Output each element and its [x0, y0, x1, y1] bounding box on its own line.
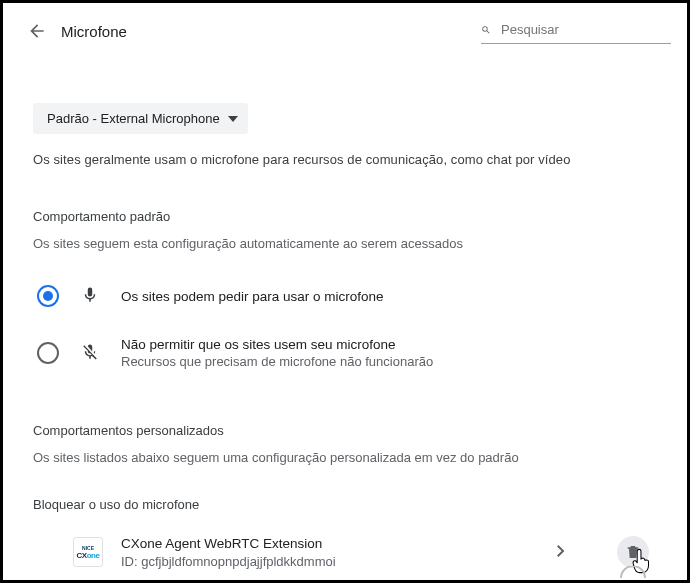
- custom-behavior-sub: Os sites listados abaixo seguem uma conf…: [33, 450, 657, 465]
- chevron-right-icon: [557, 545, 565, 560]
- mic-off-icon: [81, 343, 101, 364]
- trash-icon: [625, 544, 641, 560]
- page-title: Microfone: [61, 23, 127, 40]
- block-heading: Bloquear o uso do microfone: [33, 497, 657, 512]
- default-behavior-heading: Comportamento padrão: [33, 209, 657, 224]
- back-button[interactable]: [19, 13, 55, 49]
- extension-id: ID: gcfjbjldfomnopnpdjajjfpldkkdmmoi: [121, 554, 557, 569]
- partial-circle-icon: [619, 566, 647, 578]
- delete-button[interactable]: [617, 536, 649, 568]
- custom-behavior-heading: Comportamentos personalizados: [33, 423, 657, 438]
- search-input[interactable]: [499, 21, 671, 38]
- default-behavior-sub: Os sites seguem esta configuração automa…: [33, 236, 657, 251]
- content: Padrão - External Microphone Os sites ge…: [3, 59, 687, 580]
- search-field[interactable]: [481, 19, 671, 44]
- search-icon: [481, 21, 491, 39]
- description-text: Os sites geralmente usam o microfone par…: [33, 152, 657, 167]
- option-ask[interactable]: Os sites podem pedir para usar o microfo…: [37, 273, 657, 319]
- top-bar: Microfone: [3, 3, 687, 59]
- option-block[interactable]: Não permitir que os sites usem seu micro…: [37, 319, 657, 381]
- radio-unselected-icon: [37, 342, 59, 364]
- device-dropdown[interactable]: Padrão - External Microphone: [33, 103, 248, 134]
- option-block-sub: Recursos que precisam de microfone não f…: [121, 354, 433, 369]
- option-block-label: Não permitir que os sites usem seu micro…: [121, 337, 433, 352]
- arrow-left-icon: [27, 21, 47, 41]
- settings-panel: Microfone Padrão - External Microphone O…: [3, 3, 687, 580]
- default-behavior-options: Os sites podem pedir para usar o microfo…: [37, 273, 657, 381]
- caret-down-icon: [228, 114, 238, 124]
- option-ask-label: Os sites podem pedir para usar o microfo…: [121, 289, 384, 304]
- device-dropdown-label: Padrão - External Microphone: [47, 111, 220, 126]
- radio-selected-icon: [37, 285, 59, 307]
- extension-logo: NICE CXone: [73, 537, 103, 567]
- extension-name: CXone Agent WebRTC Extension: [121, 536, 557, 551]
- blocked-extension-row[interactable]: NICE CXone CXone Agent WebRTC Extension …: [33, 520, 657, 580]
- mic-icon: [81, 286, 101, 307]
